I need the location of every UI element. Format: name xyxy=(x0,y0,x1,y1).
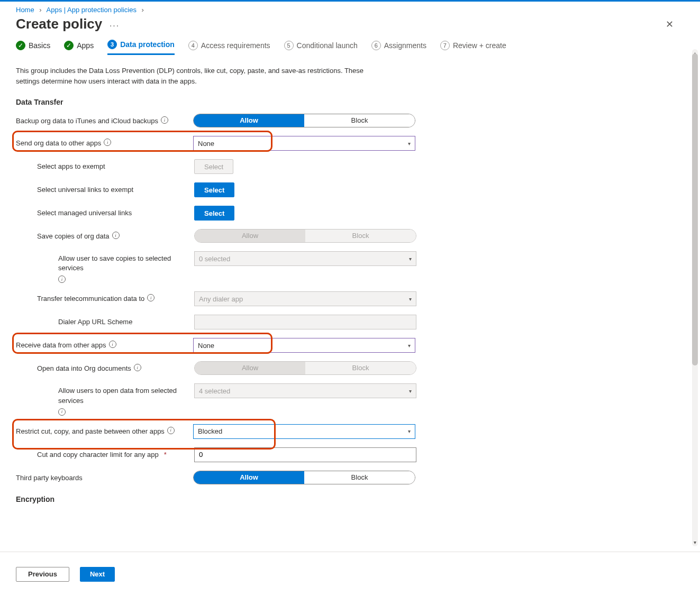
row-keyboards: Third party keyboards Allow Block xyxy=(0,466,689,489)
step-number: 5 xyxy=(284,41,294,50)
label-save-copies: Save copies of org data xyxy=(37,232,110,241)
label-save-services: Allow user to save copies to selected se… xyxy=(58,254,194,273)
info-icon[interactable]: i xyxy=(147,294,154,301)
select-button-managed-links[interactable]: Select xyxy=(194,206,234,221)
row-char-limit: Cut and copy character limit for any app… xyxy=(0,443,689,466)
row-open-services: Allow users to open data from selected s… xyxy=(0,379,689,419)
info-icon[interactable]: i xyxy=(104,139,111,146)
more-icon[interactable]: ··· xyxy=(110,21,120,30)
scroll-down-icon[interactable]: ▾ xyxy=(692,539,698,545)
scrollbar-thumb[interactable] xyxy=(692,53,698,365)
step-conditional-launch[interactable]: 5Conditional launch xyxy=(284,40,358,55)
input-char-limit[interactable] xyxy=(194,447,416,462)
info-icon[interactable]: i xyxy=(112,232,120,239)
footer: Previous Next xyxy=(0,552,700,596)
toggle-open-data: Allow Block xyxy=(194,361,416,375)
row-open-data: Open data into Org documents i Allow Blo… xyxy=(0,357,689,379)
breadcrumb-sep: › xyxy=(39,6,41,14)
toggle-backup[interactable]: Allow Block xyxy=(193,114,415,127)
step-data-protection[interactable]: 3Data protection xyxy=(107,40,175,55)
row-save-services: Allow user to save copies to selected se… xyxy=(0,247,689,287)
select-button-exempt-apps: Select xyxy=(194,159,233,174)
info-icon[interactable]: i xyxy=(58,276,66,283)
row-receive-data: Receive data from other apps i None ▾ xyxy=(0,334,689,357)
chevron-down-icon: ▾ xyxy=(408,428,411,434)
step-review-create[interactable]: 7Review + create xyxy=(440,40,506,55)
dropdown-value: Any dialer app xyxy=(199,295,243,303)
row-send-org-data: Send org data to other apps i None ▾ xyxy=(0,132,689,155)
input-dialer xyxy=(194,315,416,329)
info-icon[interactable]: i xyxy=(167,427,175,434)
info-icon[interactable]: i xyxy=(134,364,141,371)
breadcrumb-apps[interactable]: Apps | App protection policies xyxy=(47,6,137,14)
label-open-data: Open data into Org documents xyxy=(37,364,131,373)
label-keyboards: Third party keyboards xyxy=(16,473,83,483)
label-send: Send org data to other apps xyxy=(16,139,101,148)
label-restrict: Restrict cut, copy, and paste between ot… xyxy=(16,427,165,436)
dropdown-open-services: 4 selected ▾ xyxy=(194,383,416,398)
breadcrumb: Home › Apps | App protection policies › xyxy=(0,2,689,14)
breadcrumb-sep: › xyxy=(142,6,144,14)
close-icon[interactable]: ✕ xyxy=(666,19,674,30)
row-exempt-links: Select universal links to exempt Select xyxy=(0,178,689,201)
step-basics[interactable]: ✓Basics xyxy=(16,40,50,55)
dropdown-send-org-data[interactable]: None ▾ xyxy=(193,136,415,151)
dropdown-save-services: 0 selected ▾ xyxy=(194,251,416,266)
dropdown-telecom: Any dialer app ▾ xyxy=(194,291,416,306)
section-data-transfer: Data Transfer xyxy=(0,91,689,109)
dropdown-value: None xyxy=(198,140,214,148)
row-restrict-cut-copy-paste: Restrict cut, copy, and paste between ot… xyxy=(0,420,689,443)
step-number: 7 xyxy=(440,41,450,50)
label-receive: Receive data from other apps xyxy=(16,341,106,350)
row-dialer: Dialer App URL Scheme xyxy=(0,310,689,334)
label-backup: Backup org data to iTunes and iCloud bac… xyxy=(16,116,158,126)
row-exempt-apps: Select apps to exempt Select xyxy=(0,155,689,178)
toggle-allow[interactable]: Allow xyxy=(194,114,304,127)
label-telecom: Transfer telecommunication data to xyxy=(37,294,144,304)
step-access-requirements[interactable]: 4Access requirements xyxy=(188,40,270,55)
toggle-save-copies: Allow Block xyxy=(194,229,416,243)
label-dialer: Dialer App URL Scheme xyxy=(58,317,132,327)
toggle-block[interactable]: Block xyxy=(304,114,415,127)
dropdown-value: Blocked xyxy=(198,427,222,435)
toggle-block: Block xyxy=(305,362,416,374)
toggle-allow: Allow xyxy=(195,230,305,242)
section-description: This group includes the Data Loss Preven… xyxy=(0,55,402,91)
info-icon[interactable]: i xyxy=(109,341,116,348)
toggle-block: Block xyxy=(305,230,416,242)
label-open-services: Allow users to open data from selected s… xyxy=(58,386,194,405)
select-button-exempt-links[interactable]: Select xyxy=(194,182,234,197)
required-asterisk: * xyxy=(164,450,167,460)
row-telecom: Transfer telecommunication data to i Any… xyxy=(0,287,689,310)
step-apps[interactable]: ✓Apps xyxy=(64,40,94,55)
chevron-down-icon: ▾ xyxy=(409,256,412,262)
page-title: Create policy xyxy=(16,16,102,32)
dropdown-restrict[interactable]: Blocked ▾ xyxy=(193,424,415,439)
wizard-steps: ✓Basics ✓Apps 3Data protection 4Access r… xyxy=(0,36,689,55)
step-assignments[interactable]: 6Assignments xyxy=(371,40,426,55)
toggle-block[interactable]: Block xyxy=(304,471,415,484)
label-managed-links: Select managed universal links xyxy=(37,208,132,218)
label-char-limit: Cut and copy character limit for any app xyxy=(37,450,159,460)
label-exempt-links: Select universal links to exempt xyxy=(37,185,133,195)
dropdown-value: None xyxy=(198,342,214,350)
previous-button[interactable]: Previous xyxy=(16,567,69,582)
dropdown-receive-data[interactable]: None ▾ xyxy=(193,338,415,353)
info-icon[interactable]: i xyxy=(161,116,168,124)
toggle-allow[interactable]: Allow xyxy=(194,471,304,484)
chevron-down-icon: ▾ xyxy=(408,343,411,349)
next-button[interactable]: Next xyxy=(80,567,115,582)
step-number: 4 xyxy=(188,41,198,50)
toggle-keyboards[interactable]: Allow Block xyxy=(193,471,415,484)
row-save-copies: Save copies of org data i Allow Block xyxy=(0,225,689,247)
dropdown-value: 4 selected xyxy=(199,387,230,395)
toggle-allow: Allow xyxy=(195,362,305,374)
step-number: 6 xyxy=(371,41,381,50)
row-backup: Backup org data to iTunes and iCloud bac… xyxy=(0,109,689,132)
dropdown-value: 0 selected xyxy=(199,255,230,263)
breadcrumb-home[interactable]: Home xyxy=(16,6,34,14)
info-icon[interactable]: i xyxy=(58,408,66,416)
check-icon: ✓ xyxy=(16,41,25,50)
step-number: 3 xyxy=(107,40,117,49)
section-encryption: Encryption xyxy=(0,489,689,507)
